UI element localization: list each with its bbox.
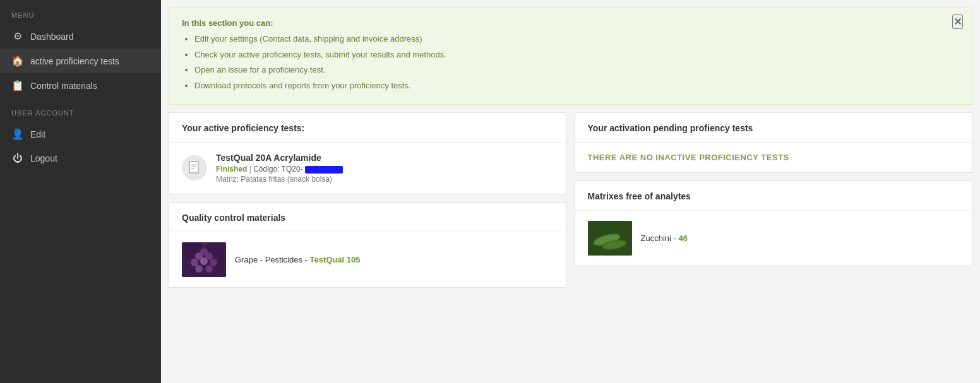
zucchini-image [588, 221, 632, 256]
two-column-layout: Your active proficiency tests: [161, 112, 980, 303]
test-codigo-blurred [305, 166, 343, 174]
matrixes-header: Matrixes free of analytes [575, 181, 972, 211]
zucchini-product-name: Zucchini - 46 [641, 233, 688, 243]
info-bullet-4: Download protocols and reports from your… [194, 78, 947, 94]
svg-point-12 [205, 265, 213, 273]
svg-point-10 [210, 259, 217, 266]
right-column: Your activation pending profiency tests … [575, 112, 973, 295]
sidebar-item-logout[interactable]: ⏻ Logout [0, 146, 161, 170]
test-finished-status: Finished [216, 165, 247, 174]
clipboard-icon: 📋 [11, 80, 24, 91]
left-column: Your active proficiency tests: [169, 112, 567, 295]
user-icon: 👤 [11, 128, 24, 140]
test-status-line: Finished | Código: TQ20- [216, 165, 554, 174]
active-tests-body: TestQual 20A Acrylamide Finished | Códig… [169, 143, 566, 194]
info-bullet-3: Open an issue for a proficiency test. [194, 62, 947, 78]
home-icon: 🏠 [11, 55, 24, 67]
info-bullet-2: Check your active proficiency tests, sub… [194, 47, 947, 63]
grape-product-link[interactable]: TestQual 105 [310, 255, 361, 264]
info-banner: ✕ In this section you can: Edit your set… [169, 8, 972, 105]
pending-tests-header: Your activation pending profiency tests [575, 113, 972, 143]
test-item[interactable]: TestQual 20A Acrylamide Finished | Códig… [182, 153, 554, 184]
matrixes-body: Zucchini - 46 [575, 211, 972, 266]
power-icon: ⏻ [11, 153, 24, 164]
sidebar-item-label: Control materials [30, 81, 97, 91]
menu-section-label: MENU [0, 0, 161, 24]
sidebar-item-label: active proficiency tests [30, 56, 119, 66]
pending-tests-body: THERE ARE NO INACTIVE PROFICIENCY TESTS [575, 143, 972, 172]
sidebar-item-label: Logout [30, 153, 57, 163]
svg-point-8 [191, 259, 198, 266]
info-banner-title: In this section you can: [182, 18, 947, 28]
close-banner-button[interactable]: ✕ [952, 15, 963, 29]
svg-point-9 [200, 257, 208, 265]
sidebar-item-edit[interactable]: 👤 Edit [0, 122, 161, 146]
test-document-icon [182, 155, 207, 180]
grape-image [182, 242, 226, 277]
sidebar-item-label: Edit [30, 129, 45, 139]
grape-product-item[interactable]: Grape - Pesticides - TestQual 105 [182, 242, 554, 277]
active-tests-header: Your active proficiency tests: [169, 113, 566, 143]
quality-control-body: Grape - Pesticides - TestQual 105 [169, 232, 566, 287]
user-account-section-label: USER ACCOUNT [0, 98, 161, 122]
pending-tests-card: Your activation pending profiency tests … [575, 112, 973, 173]
gear-icon: ⚙ [11, 30, 24, 42]
zucchini-count[interactable]: 46 [678, 233, 687, 243]
sidebar-item-dashboard[interactable]: ⚙ Dashboard [0, 24, 161, 49]
quality-control-header: Quality control materials [169, 203, 566, 232]
zucchini-product-item[interactable]: Zucchini - 46 [588, 221, 960, 256]
active-tests-card: Your active proficiency tests: [169, 112, 567, 194]
main-content: ✕ In this section you can: Edit your set… [161, 0, 980, 383]
sidebar-item-label: Dashboard [30, 32, 74, 42]
test-codigo: Código: TQ20- [253, 165, 303, 174]
info-bullet-1: Edit your settings (Contact data, shippi… [194, 32, 947, 47]
test-matrix: Matriz: Patatas fritas (snack bolsa) [216, 175, 554, 184]
grape-product-name: Grape - Pesticides - TestQual 105 [235, 255, 360, 264]
sidebar-item-active-proficiency-tests[interactable]: 🏠 active proficiency tests [0, 49, 161, 73]
matrixes-card: Matrixes free of analytes [575, 180, 973, 266]
svg-point-11 [195, 265, 203, 273]
test-details: TestQual 20A Acrylamide Finished | Códig… [216, 153, 554, 184]
sidebar: MENU ⚙ Dashboard 🏠 active proficiency te… [0, 0, 161, 383]
info-banner-list: Edit your settings (Contact data, shippi… [182, 32, 947, 94]
no-tests-message: THERE ARE NO INACTIVE PROFICIENCY TESTS [588, 153, 960, 162]
svg-rect-0 [189, 162, 198, 173]
quality-control-card: Quality control materials [169, 202, 567, 288]
sidebar-item-control-materials[interactable]: 📋 Control materials [0, 73, 161, 98]
test-name: TestQual 20A Acrylamide [216, 153, 554, 163]
